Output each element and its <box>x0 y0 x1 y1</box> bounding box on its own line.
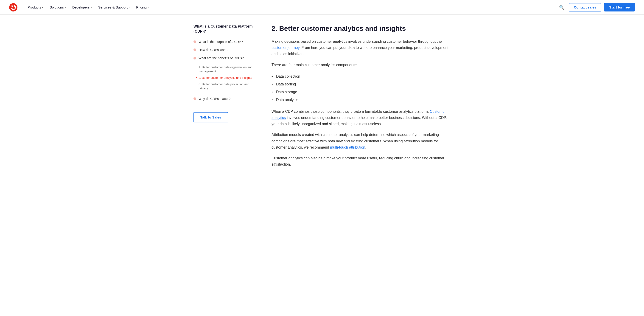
nav-pricing[interactable]: Pricing ▾ <box>133 4 152 11</box>
paragraph-2: There are four main customer analytics c… <box>272 62 450 68</box>
paragraph-4: Attribution models created with customer… <box>272 132 450 150</box>
sidebar-dot-icon <box>194 41 196 43</box>
svg-point-3 <box>12 8 13 9</box>
sidebar-dot-icon <box>194 97 196 100</box>
multi-touch-attribution-link[interactable]: multi-touch attribution <box>330 145 365 149</box>
list-item: Data analysis <box>272 96 450 104</box>
list-item[interactable]: What are the benefits of CDPs? 1. Better… <box>194 56 258 93</box>
talk-to-sales-button[interactable]: Talk to Sales <box>194 112 228 122</box>
paragraph-3: When a CDP combines these components, th… <box>272 108 450 127</box>
search-icon[interactable]: 🔍 <box>557 3 566 12</box>
nav-right: 🔍 Contact sales Start for free <box>557 3 635 12</box>
list-item: Data sorting <box>272 80 450 88</box>
customer-journey-link[interactable]: customer journey <box>272 46 300 50</box>
sidebar-dot-icon <box>194 57 196 60</box>
list-item: Data collection <box>272 73 450 80</box>
sidebar-dot-icon <box>194 49 196 51</box>
nav-products[interactable]: Products ▾ <box>25 4 46 11</box>
page-container: What is a Customer Data Platform (CDP)? … <box>184 15 460 181</box>
chevron-down-icon: ▾ <box>148 6 149 9</box>
list-item[interactable]: 1. Better customer data organization and… <box>198 65 258 74</box>
sidebar: What is a Customer Data Platform (CDP)? … <box>194 24 258 172</box>
nav-left: Products ▾ Solutions ▾ Developers ▾ Serv… <box>9 3 152 12</box>
main-content: 2. Better customer analytics and insight… <box>272 24 450 172</box>
paragraph-1: Making decisions based on customer analy… <box>272 38 450 57</box>
nav-developers[interactable]: Developers ▾ <box>70 4 94 11</box>
list-item: Data storage <box>272 88 450 96</box>
bullet-list: Data collection Data sorting Data storag… <box>272 73 450 104</box>
nav-solutions[interactable]: Solutions ▾ <box>47 4 68 11</box>
list-item[interactable]: Why do CDPs matter? <box>194 97 258 101</box>
chevron-down-icon: ▾ <box>42 6 43 9</box>
list-item[interactable]: 3. Better customer data protection and p… <box>198 82 258 91</box>
svg-point-1 <box>12 6 13 7</box>
start-for-free-button[interactable]: Start for free <box>604 3 635 12</box>
list-item[interactable]: 2. Better customer analytics and insight… <box>198 76 258 80</box>
contact-sales-button[interactable]: Contact sales <box>569 3 601 12</box>
sidebar-subitems: 1. Better customer data organization and… <box>198 65 258 93</box>
nav-links: Products ▾ Solutions ▾ Developers ▾ Serv… <box>25 4 152 11</box>
list-item[interactable]: How do CDPs work? <box>194 48 258 52</box>
logo[interactable] <box>9 3 18 12</box>
svg-point-0 <box>11 5 16 10</box>
chevron-down-icon: ▾ <box>65 6 66 9</box>
nav-services-support[interactable]: Services & Support ▾ <box>96 4 132 11</box>
paragraph-5: Customer analytics can also help make yo… <box>272 155 450 167</box>
chevron-down-icon: ▾ <box>91 6 92 9</box>
svg-point-4 <box>14 8 15 9</box>
navigation: Products ▾ Solutions ▾ Developers ▾ Serv… <box>0 0 644 15</box>
sidebar-title: What is a Customer Data Platform (CDP)? <box>194 24 258 34</box>
list-item[interactable]: What is the purpose of a CDP? <box>194 40 258 44</box>
section-title: 2. Better customer analytics and insight… <box>272 24 450 33</box>
sidebar-items: What is the purpose of a CDP? How do CDP… <box>194 40 258 101</box>
twilio-logo-icon <box>9 3 18 12</box>
svg-point-2 <box>14 6 15 7</box>
chevron-down-icon: ▾ <box>128 6 130 9</box>
